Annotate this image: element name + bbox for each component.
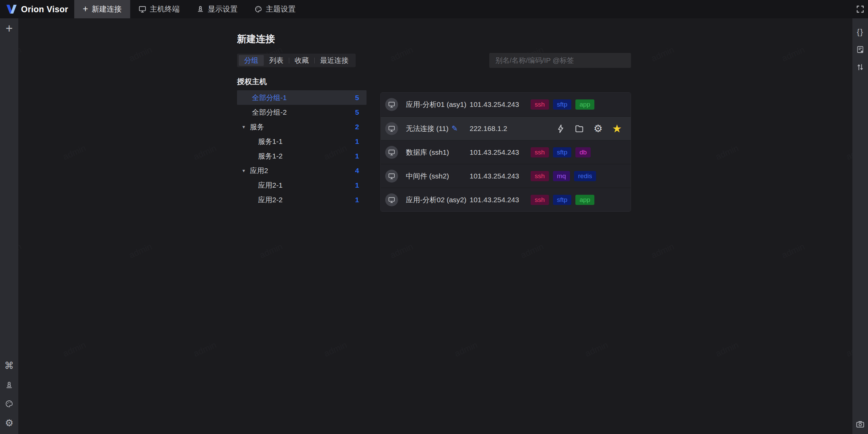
fullscreen-icon[interactable] [852,0,868,18]
host-row[interactable]: 中间件 (ssh2) 101.43.254.243 ssh mq redis [381,164,631,188]
view-tab-group[interactable]: 分组 [239,55,264,66]
tree-item-group1[interactable]: 全部分组-1 5 [237,90,367,105]
tag-badge: sftp [553,99,572,110]
view-tab-recent[interactable]: 最近连接 [315,55,354,66]
host-row[interactable]: 数据库 (ssh1) 101.43.254.243 ssh sftp db [381,140,631,164]
tree-item-service1-1[interactable]: 服务1-1 1 [237,134,367,149]
host-count: 1 [355,181,359,189]
tag-badge: redis [574,171,596,181]
tree-label: 应用2-1 [237,181,282,190]
host-name: 应用-分析01 (asy1) [406,93,467,116]
tag-badge: sftp [553,147,572,157]
left-rail: + ⌘ ⚙ [0,18,18,434]
host-row[interactable]: 应用-分析02 (asy2) 101.43.254.243 ssh sftp a… [381,188,631,211]
tree-label: 应用2-2 [237,195,282,205]
document-bookmark-icon[interactable] [856,45,864,54]
seal-icon[interactable] [5,381,13,389]
host-count: 1 [355,137,359,146]
view-tab-favorites[interactable]: 收藏 [289,55,314,66]
page-title: 新建连接 [237,33,275,45]
host-tags: ssh sftp app [531,188,594,212]
connect-bolt-icon[interactable] [556,124,565,133]
plus-icon: + [83,4,88,14]
host-avatar [385,122,398,135]
host-avatar [385,146,398,159]
watermark-text: admin [192,143,218,162]
tree-item-app2-1[interactable]: 应用2-1 1 [237,178,367,192]
host-count: 5 [355,94,359,102]
host-name-text: 无法连接 (11) [406,124,449,133]
watermark-text: admin [389,241,415,261]
search-input[interactable] [489,56,631,64]
host-avatar [385,170,398,183]
camera-icon[interactable] [856,420,865,429]
view-mode-tabs: 分组 列表 收藏 最近连接 [237,54,356,67]
host-name: 数据库 (ssh1) [406,140,449,164]
braces-icon[interactable]: {} [857,28,864,36]
host-count: 1 [355,152,359,160]
tag-badge: ssh [531,99,549,110]
tree-label: 服务1-1 [237,137,282,146]
tree-item-app2-2[interactable]: 应用2-2 1 [237,192,367,207]
watermark-text: admin [780,241,806,261]
watermark-text: admin [192,340,218,359]
watermark-text: admin [127,241,154,261]
add-icon[interactable]: + [5,22,13,35]
tab-theme-settings[interactable]: 主题设置 [246,0,304,18]
watermark-text: admin [127,44,154,64]
folder-icon[interactable] [575,124,584,133]
command-icon[interactable]: ⌘ [4,361,14,371]
host-row-hovered[interactable]: 无法连接 (11) ✎ 222.168.1.2 ⚙ ★ [381,116,631,140]
watermark-text: admin [61,340,87,359]
tab-host-terminal[interactable]: 主机终端 [130,0,188,18]
authorized-hosts-heading: 授权主机 [237,77,267,87]
sort-arrows-icon[interactable] [856,63,864,71]
watermark-layer: adminadminadminadminadminadminadminadmin… [18,18,852,434]
host-list: 应用-分析01 (asy1) 101.43.254.243 ssh sftp a… [380,92,631,212]
tree-label: 全部分组-2 [237,108,287,117]
host-ip: 101.43.254.243 [470,93,519,116]
app-title: Orion Visor [21,4,68,14]
tree-label: 应用2 [237,166,268,175]
tree-item-app2[interactable]: ▾ 应用2 4 [237,163,367,178]
host-tags: ssh mq redis [531,164,596,188]
host-name-text: 数据库 (ssh1) [406,148,449,157]
watermark-text: admin [61,143,87,162]
right-rail: {} [852,18,868,434]
palette-icon[interactable] [5,400,13,408]
watermark-text: admin [714,143,740,162]
host-ip: 222.168.1.2 [470,117,507,140]
watermark-text: admin [389,44,415,64]
tab-label: 显示设置 [208,4,238,14]
watermark-text: admin [453,340,479,359]
host-name-text: 中间件 (ssh2) [406,171,449,181]
tag-badge: db [575,147,591,157]
tab-label: 新建连接 [92,4,122,14]
chevron-down-icon[interactable]: ▾ [242,168,245,173]
chevron-down-icon[interactable]: ▾ [242,124,245,129]
tab-new-connection[interactable]: + 新建连接 [74,0,130,18]
watermark-text: admin [18,241,23,261]
star-favorite-icon[interactable]: ★ [612,123,622,134]
gear-icon[interactable]: ⚙ [593,124,603,134]
view-tab-list[interactable]: 列表 [264,55,289,66]
gear-icon[interactable]: ⚙ [5,418,13,428]
tree-item-services[interactable]: ▾ 服务 2 [237,119,367,134]
host-row[interactable]: 应用-分析01 (asy1) 101.43.254.243 ssh sftp a… [381,93,631,116]
tree-item-group2[interactable]: 全部分组-2 5 [237,105,367,119]
tree-item-service1-2[interactable]: 服务1-2 1 [237,149,367,163]
watermark-text: admin [845,340,852,359]
seal-icon [197,5,204,13]
host-ip: 101.43.254.243 [470,164,519,188]
host-name-text: 应用-分析01 (asy1) [406,100,467,109]
watermark-text: admin [584,340,610,359]
host-count: 2 [355,123,359,131]
edit-icon[interactable]: ✎ [452,125,458,132]
tab-display-settings[interactable]: 显示设置 [188,0,246,18]
tag-badge: ssh [531,171,549,181]
host-tags: ssh sftp db [531,140,591,164]
tree-label: 服务1-2 [237,151,282,161]
host-search [489,53,631,68]
watermark-text: admin [845,143,852,162]
host-avatar [385,98,398,111]
